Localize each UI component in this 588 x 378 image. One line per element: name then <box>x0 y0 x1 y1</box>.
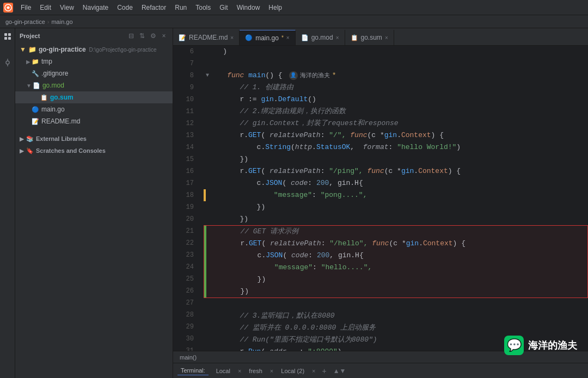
ln-17: 17 <box>173 177 194 189</box>
menu-run[interactable]: Run <box>170 3 191 13</box>
ln-23: 23 <box>173 249 194 261</box>
scratches-header[interactable]: ▶ 🔖 Scratches and Consoles <box>15 145 173 157</box>
editor-area: 📝 README.md × 🔵 main.go * × 📄 go.mod × 📋… <box>173 28 588 378</box>
menu-code[interactable]: Code <box>113 3 137 13</box>
ln-28: 28 <box>173 309 194 321</box>
code-line-8: ▼ func main() { 👤 海洋的渔夫 * <box>204 70 588 82</box>
ln-16: 16 <box>173 165 194 177</box>
menu-help[interactable]: Help <box>264 3 286 13</box>
tree-tmp[interactable]: ▶ 📁 tmp <box>15 55 173 67</box>
code-line-28: // 3.监听端口，默认在8080 <box>204 310 588 322</box>
tab-maingo[interactable]: 🔵 main.go * × <box>240 30 295 45</box>
sidebar-ctrl-close[interactable]: × <box>160 32 168 40</box>
code-line-10: r := gin.Default() <box>204 94 588 106</box>
ln-18: 18 <box>173 189 194 201</box>
ln-31: 31 <box>173 345 194 351</box>
code-line-19: }) <box>204 201 588 213</box>
menu-refactor[interactable]: Refactor <box>137 3 170 13</box>
tree-gosum[interactable]: ▶ 📋 go.sum <box>15 91 173 103</box>
terminal-arrows[interactable]: ▲▼ <box>333 367 346 375</box>
menu-view[interactable]: View <box>56 3 78 13</box>
code-line-29: // 监听并在 0.0.0.0:8080 上启动服务 <box>204 322 588 334</box>
tree-gitignore[interactable]: ▶ 🔧 .gitignore <box>15 67 173 79</box>
main-layout: Project ⊟ ⇅ ⚙ × ▼ 📁 go-gin-practice D:\g… <box>0 28 588 378</box>
tab-modified-maingo: * <box>281 35 284 41</box>
sidebar-header: Project ⊟ ⇅ ⚙ × <box>15 28 173 44</box>
ln-30: 30 <box>173 333 194 345</box>
ln-12: 12 <box>173 117 194 129</box>
code-line-26: }) <box>204 286 587 298</box>
project-icon[interactable] <box>2 30 14 42</box>
terminal-bar: Terminal: Local × fresh × Local (2) × + … <box>173 363 588 378</box>
code-line-16: r.GET( relativePath: "/ping", func(c *gi… <box>204 165 588 177</box>
code-line-23: c.JSON( code: 200, gin.H{ <box>204 250 587 262</box>
breadcrumb: go-gin-practice › main.go <box>0 15 588 28</box>
code-line-18: "message": "pong....", <box>204 189 588 201</box>
tab-gosum[interactable]: 📋 go.sum × <box>345 30 394 45</box>
breadcrumb-project[interactable]: go-gin-practice <box>5 18 45 25</box>
ln-29: 29 <box>173 321 194 333</box>
terminal-tab-fresh[interactable]: fresh <box>246 367 265 375</box>
fold-arrow-8[interactable]: ▼ <box>206 70 209 82</box>
sidebar-controls: ⊟ ⇅ ⚙ × <box>127 32 168 40</box>
ln-11: 11 <box>173 106 194 117</box>
code-line-12: // gin.Context，封装了request和response <box>204 117 588 129</box>
terminal-add-btn[interactable]: + <box>322 367 327 375</box>
ln-13: 13 <box>173 129 194 141</box>
menu-tools[interactable]: Tools <box>191 3 215 13</box>
app-icon <box>3 3 13 13</box>
ln-20: 20 <box>173 213 194 225</box>
project-root[interactable]: ▼ 📁 go-gin-practice D:\goProject\go-gin-… <box>15 44 173 55</box>
tab-close-maingo[interactable]: × <box>286 35 290 41</box>
terminal-tab-main[interactable]: Terminal: <box>177 366 209 375</box>
menu-window[interactable]: Window <box>232 3 265 13</box>
line-numbers: 6 7 8 9 10 11 12 13 14 15 16 17 18 19 20… <box>173 46 199 351</box>
menu-bar: File Edit View Navigate Code Refactor Ru… <box>0 0 588 15</box>
menu-git[interactable]: Git <box>215 3 232 13</box>
ln-21: 21 <box>173 225 194 237</box>
function-label: main() <box>180 354 197 361</box>
menu-navigate[interactable]: Navigate <box>78 3 113 13</box>
code-line-22: r.GET( relativePath: "/hello", func(c *g… <box>204 238 587 250</box>
tab-close-gomod[interactable]: × <box>336 35 339 41</box>
sidebar-ctrl-layout[interactable]: ⊟ <box>127 32 136 40</box>
tab-close-readme[interactable]: × <box>230 35 234 41</box>
menu-file[interactable]: File <box>16 3 35 13</box>
ln-22: 22 <box>173 237 194 249</box>
svg-point-5 <box>6 61 9 64</box>
code-line-25: }) <box>204 274 587 286</box>
commit-icon[interactable] <box>2 57 14 69</box>
watermark-text: 海洋的渔夫 <box>528 339 577 352</box>
tab-gomod[interactable]: 📄 go.mod × <box>296 30 345 45</box>
terminal-tab-local2[interactable]: Local (2) <box>278 367 308 375</box>
code-editor[interactable]: 6 7 8 9 10 11 12 13 14 15 16 17 18 19 20… <box>173 46 588 351</box>
tab-readme[interactable]: 📝 README.md × <box>173 30 240 45</box>
tree-readme[interactable]: ▶ 📝 README.md <box>15 115 173 127</box>
user-tag-8: 海洋的渔夫 <box>300 70 330 82</box>
sidebar-ctrl-settings[interactable]: ⚙ <box>149 32 157 40</box>
watermark-icon: 💬 <box>504 336 524 355</box>
ln-14: 14 <box>173 141 194 153</box>
sidebar: Project ⊟ ⇅ ⚙ × ▼ 📁 go-gin-practice D:\g… <box>15 28 173 378</box>
code-line-27 <box>204 298 588 310</box>
code-line-14: c.String(http.StatusOK, format: "hello W… <box>204 141 588 153</box>
external-libraries-header[interactable]: ▶ 📚 External Libraries <box>15 133 173 145</box>
sidebar-title: Project <box>20 33 127 39</box>
ln-10: 10 <box>173 94 194 106</box>
code-line-13: r.GET( relativePath: "/", func(c *gin.Co… <box>204 129 588 141</box>
code-content[interactable]: ) ▼ func main() { 👤 海洋的渔夫 * <box>199 46 588 351</box>
ln-15: 15 <box>173 153 194 165</box>
sidebar-ctrl-expand[interactable]: ⇅ <box>138 32 146 40</box>
ln-19: 19 <box>173 201 194 213</box>
breadcrumb-file[interactable]: main.go <box>51 18 72 25</box>
tree-gomod[interactable]: ▼ 📄 go.mod <box>15 79 173 91</box>
code-line-20: }) <box>204 213 588 225</box>
svg-rect-1 <box>4 33 7 36</box>
menu-edit[interactable]: Edit <box>35 3 56 13</box>
ln-26: 26 <box>173 285 194 297</box>
terminal-tab-local[interactable]: Local <box>213 367 234 375</box>
code-line-11: // 2.绑定路由规则，执行的函数 <box>204 106 588 117</box>
tab-close-gosum[interactable]: × <box>385 35 388 41</box>
highlighted-block: // GET 请求示例 r.GET( relativePath: "/hello… <box>204 225 588 298</box>
tree-maingo[interactable]: ▶ 🔵 main.go <box>15 103 173 115</box>
